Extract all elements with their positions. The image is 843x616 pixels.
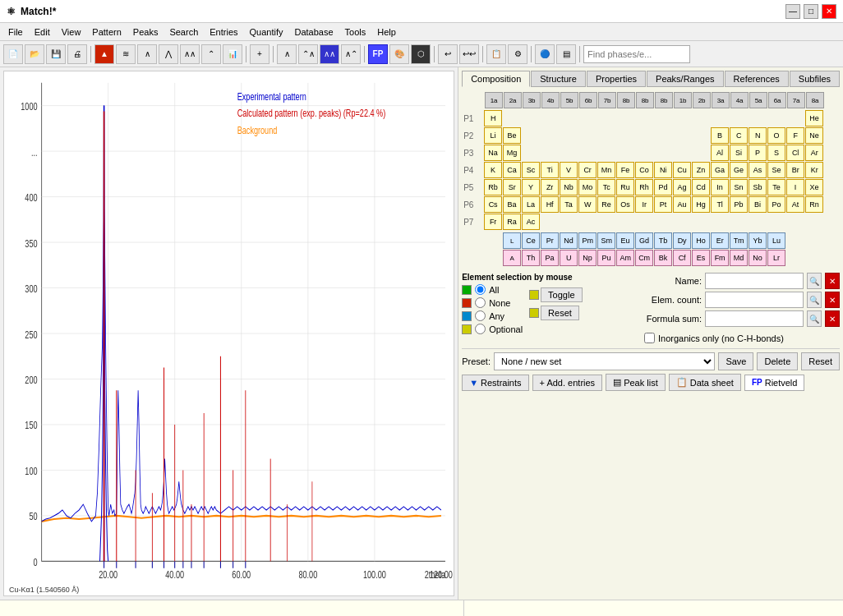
elem-Mo[interactable]: Mo bbox=[578, 179, 597, 195]
elem-Ne[interactable]: Ne bbox=[805, 127, 823, 144]
elem-I[interactable]: I bbox=[786, 179, 804, 195]
elem-Ir[interactable]: Ir bbox=[635, 196, 653, 213]
name-input[interactable] bbox=[705, 273, 804, 289]
elem-Ni[interactable]: Ni bbox=[654, 162, 672, 178]
radio-none[interactable] bbox=[475, 297, 486, 308]
tb-plus[interactable]: + bbox=[250, 44, 269, 64]
elem-C[interactable]: C bbox=[730, 127, 748, 144]
elem-Sn[interactable]: Sn bbox=[730, 179, 748, 195]
elem-Tm[interactable]: Tm bbox=[730, 232, 748, 249]
elem-V[interactable]: V bbox=[560, 162, 578, 178]
elem-P[interactable]: P bbox=[749, 145, 767, 161]
tb-b6[interactable]: ⌃ bbox=[201, 44, 221, 64]
tb-e2[interactable]: ▤ bbox=[556, 44, 576, 64]
elem-Ca[interactable]: Ca bbox=[503, 162, 521, 178]
elem-Al[interactable]: Al bbox=[711, 145, 729, 161]
elem-Tc[interactable]: Tc bbox=[597, 179, 615, 195]
tb-undo[interactable]: ↩ bbox=[438, 44, 458, 64]
elem-Md[interactable]: Md bbox=[730, 250, 748, 266]
elem-Bi[interactable]: Bi bbox=[749, 196, 767, 213]
elem-N[interactable]: N bbox=[749, 127, 767, 144]
menu-view[interactable]: View bbox=[57, 25, 86, 39]
elem-Mn[interactable]: Mn bbox=[597, 162, 615, 178]
elem-Es[interactable]: Es bbox=[692, 250, 710, 266]
elem-Ga[interactable]: Ga bbox=[711, 162, 729, 178]
elem-Rn[interactable]: Rn bbox=[805, 196, 823, 213]
elem-Ag[interactable]: Ag bbox=[673, 179, 691, 195]
elem-Er[interactable]: Er bbox=[711, 232, 729, 249]
elem-Ti[interactable]: Ti bbox=[541, 162, 559, 178]
elem-Sm[interactable]: Sm bbox=[597, 232, 615, 249]
tb-undo2[interactable]: ↩↩ bbox=[459, 44, 479, 64]
menu-edit[interactable]: Edit bbox=[30, 25, 55, 39]
radio-all[interactable] bbox=[475, 284, 486, 295]
menu-entries[interactable]: Entries bbox=[205, 25, 242, 39]
elem-Ra[interactable]: Ra bbox=[503, 214, 521, 230]
elem-Eu[interactable]: Eu bbox=[616, 232, 634, 249]
preset-save-btn[interactable]: Save bbox=[718, 352, 753, 370]
elem-count-clear-btn[interactable]: ✕ bbox=[825, 292, 840, 308]
tb-open[interactable]: 📂 bbox=[25, 44, 44, 64]
elem-No[interactable]: No bbox=[749, 250, 767, 266]
tb-b3[interactable]: ∧ bbox=[137, 44, 157, 64]
elem-F[interactable]: F bbox=[786, 127, 804, 144]
elem-Gd[interactable]: Gd bbox=[635, 232, 653, 249]
preset-reset-btn[interactable]: Reset bbox=[801, 352, 840, 370]
elem-Rb[interactable]: Rb bbox=[484, 179, 502, 195]
elem-Ac[interactable]: Ac bbox=[522, 214, 540, 230]
elem-Cr[interactable]: Cr bbox=[578, 162, 597, 178]
tb-d1[interactable]: 📋 bbox=[486, 44, 506, 64]
elem-Am[interactable]: Am bbox=[616, 250, 634, 266]
elem-Pa[interactable]: Pa bbox=[541, 250, 559, 266]
elem-Pd[interactable]: Pd bbox=[654, 179, 672, 195]
elem-Fe[interactable]: Fe bbox=[616, 162, 634, 178]
elem-Re[interactable]: Re bbox=[597, 196, 615, 213]
elem-Dy[interactable]: Dy bbox=[673, 232, 691, 249]
elem-Ba[interactable]: Ba bbox=[503, 196, 521, 213]
elem-Cl[interactable]: Cl bbox=[786, 145, 804, 161]
elem-Lr[interactable]: Lr bbox=[767, 250, 785, 266]
elem-Br[interactable]: Br bbox=[786, 162, 804, 178]
elem-Zr[interactable]: Zr bbox=[541, 179, 559, 195]
menu-tools[interactable]: Tools bbox=[340, 25, 371, 39]
elem-Fm[interactable]: Fm bbox=[711, 250, 729, 266]
restraints-btn[interactable]: ▼ Restraints bbox=[462, 375, 528, 391]
name-search-btn[interactable]: 🔍 bbox=[807, 273, 822, 289]
menu-search[interactable]: Search bbox=[164, 25, 203, 39]
data-sheet-btn[interactable]: 📋 Data sheet bbox=[669, 374, 741, 391]
tab-references[interactable]: References bbox=[725, 71, 789, 87]
elem-He[interactable]: He bbox=[805, 110, 823, 126]
tab-subfiles[interactable]: Subfiles bbox=[790, 71, 840, 87]
elem-Hf[interactable]: Hf bbox=[541, 196, 559, 213]
peak-list-btn[interactable]: ▤ Peak list bbox=[606, 374, 666, 391]
minimize-button[interactable]: — bbox=[785, 4, 800, 19]
search-input[interactable] bbox=[583, 45, 690, 63]
elem-Pu[interactable]: Pu bbox=[597, 250, 615, 266]
elem-Po[interactable]: Po bbox=[767, 196, 785, 213]
tb-print[interactable]: 🖨 bbox=[67, 44, 87, 64]
radio-any[interactable] bbox=[475, 310, 486, 321]
preset-select[interactable]: None / new set bbox=[494, 352, 715, 370]
tb-b5[interactable]: ∧∧ bbox=[180, 44, 200, 64]
elem-Tb[interactable]: Tb bbox=[654, 232, 672, 249]
elem-Na[interactable]: Na bbox=[484, 145, 502, 161]
elem-count-search-btn[interactable]: 🔍 bbox=[807, 292, 822, 308]
elem-Se[interactable]: Se bbox=[767, 162, 785, 178]
tb-b2[interactable]: ≋ bbox=[116, 44, 136, 64]
tab-peaks-ranges[interactable]: Peaks/Ranges bbox=[647, 71, 724, 87]
preset-delete-btn[interactable]: Delete bbox=[757, 352, 798, 370]
formula-search-btn[interactable]: 🔍 bbox=[807, 310, 822, 327]
menu-pattern[interactable]: Pattern bbox=[87, 25, 126, 39]
tab-structure[interactable]: Structure bbox=[531, 71, 586, 87]
elem-At[interactable]: At bbox=[786, 196, 804, 213]
tb-fp[interactable]: FP bbox=[368, 44, 388, 64]
elem-Ce[interactable]: Ce bbox=[522, 232, 540, 249]
menu-file[interactable]: File bbox=[3, 25, 28, 39]
elem-U[interactable]: U bbox=[560, 250, 578, 266]
tb-save[interactable]: 💾 bbox=[46, 44, 66, 64]
elem-Te[interactable]: Te bbox=[767, 179, 785, 195]
elem-Pb[interactable]: Pb bbox=[730, 196, 748, 213]
elem-Ta[interactable]: Ta bbox=[560, 196, 578, 213]
tb-c4[interactable]: ∧⌃ bbox=[341, 44, 361, 64]
add-entries-btn[interactable]: + Add. entries bbox=[532, 375, 603, 391]
